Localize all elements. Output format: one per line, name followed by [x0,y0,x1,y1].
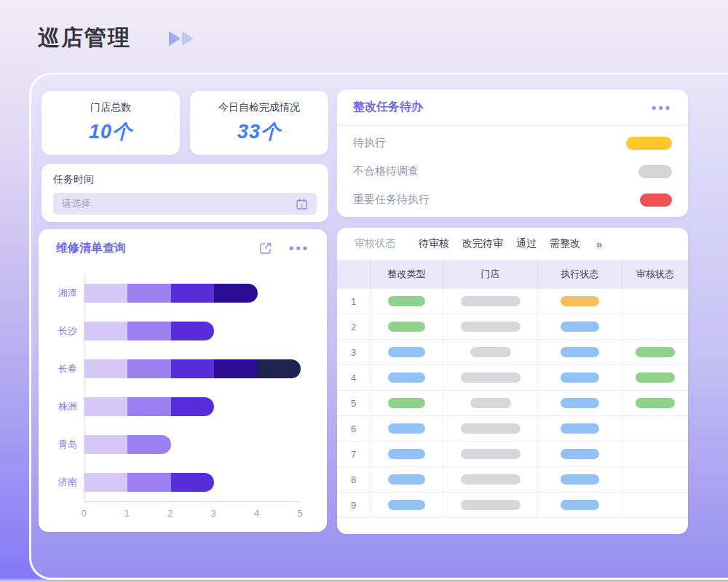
table-cell [622,365,688,390]
table-row[interactable]: 3 [337,340,688,365]
stacked-bar [84,397,214,416]
todo-status-pill [640,194,672,207]
table-header-cell: 整改类型 [371,260,443,289]
bar-segment [258,359,301,378]
table-cell [443,365,538,390]
ellipsis-menu-icon[interactable]: ••• [652,104,672,111]
bar-category-label: 济南 [45,476,77,489]
table-row[interactable]: 4 [337,365,688,391]
status-pill [388,347,425,357]
table-cell [371,467,443,492]
date-picker-input[interactable]: 请选择 1 [53,193,317,215]
bar-category-label: 株洲 [45,400,77,413]
table-cell [371,391,443,415]
bar-segment [127,435,170,454]
more-tabs-chevron-icon[interactable]: » [596,238,602,250]
stat-card-self-check: 今日自检完成情况 33个 [190,91,328,155]
status-pill [470,347,511,357]
play-triangle-icon [182,31,194,46]
stat-label: 门店总数 [90,101,131,114]
status-pill [461,372,521,383]
status-pill [561,449,599,459]
stacked-bar [84,473,214,492]
table-cell [538,416,622,441]
row-index: 6 [351,423,356,434]
todo-list: 待执行不合格待调查重要任务待执行 [337,126,688,214]
status-pill [561,474,599,485]
table-cell [443,493,538,517]
status-pill [388,474,425,485]
review-filter-label: 审核状态 [355,237,395,250]
bar-category-label: 长沙 [45,324,77,338]
bar-row: 湘潭 [84,274,301,312]
repair-list-panel: 维修清单查询 ••• 湘潭长沙长春株洲青岛济南 012345 [39,229,327,532]
tab-改完待审[interactable]: 改完待审 [462,237,503,250]
status-pill [561,322,599,332]
x-axis-tick-label: 5 [297,508,302,519]
tab-需整改[interactable]: 需整改 [550,237,580,250]
table-cell: 7 [337,442,371,466]
table-row[interactable]: 6 [337,416,688,442]
table-cell [443,314,538,339]
table-cell [443,289,538,314]
table-header-cell: 门店 [443,260,538,289]
status-pill [561,423,599,434]
bar-segment [127,322,170,340]
dashboard-container: 门店总数 10个 今日自检完成情况 33个 任务时间 请选择 1 整改任务待办 … [29,73,728,580]
bar-segment [84,284,127,303]
status-pill [461,449,521,459]
bar-segment [171,359,214,378]
table-row[interactable]: 8 [337,467,688,493]
todo-item[interactable]: 不合格待调查 [353,157,672,186]
status-pill [561,296,599,306]
status-pill [461,296,521,306]
status-pill [388,449,425,459]
todo-item[interactable]: 待执行 [353,129,672,157]
bar-segment [84,359,127,378]
bar-segment [84,397,127,416]
table-cell: 2 [337,314,371,339]
bar-segment [84,322,127,340]
bar-segment [214,359,257,378]
x-axis-tick-label: 4 [254,508,259,519]
row-index: 3 [351,347,356,358]
status-pill [461,500,521,510]
table-row[interactable]: 2 [337,314,688,340]
table-cell [371,314,443,339]
table-row[interactable]: 9 [337,493,688,518]
table-body: 123456789 [337,289,688,518]
export-icon[interactable] [258,241,273,255]
svg-text:1: 1 [300,202,303,209]
table-cell [538,314,622,339]
bar-segment [127,359,170,378]
calendar-icon[interactable]: 1 [296,198,308,210]
bar-row: 长沙 [84,312,301,350]
row-index: 9 [351,500,356,511]
double-play-icon [169,31,194,46]
todo-status-pill [638,165,672,178]
tab-通过[interactable]: 通过 [516,237,537,250]
table-cell [371,416,443,441]
ellipsis-menu-icon[interactable]: ••• [289,244,309,252]
bar-segment [84,473,127,492]
status-pill [388,372,425,383]
table-cell [622,391,688,415]
table-cell [443,340,538,364]
todo-item-label: 不合格待调查 [353,164,419,178]
stacked-bar [84,435,171,454]
table-cell [538,467,622,492]
bar-segment [171,284,214,303]
row-index: 4 [351,372,356,383]
table-cell [443,467,538,492]
x-axis-tick-label: 2 [167,508,173,519]
todo-item-label: 待执行 [353,136,386,150]
tab-待审核[interactable]: 待审核 [419,237,449,250]
row-index: 2 [351,322,356,332]
table-row[interactable]: 7 [337,442,688,467]
table-cell: 5 [337,391,371,415]
table-cell [622,289,688,314]
table-row[interactable]: 1 [337,289,688,314]
bar-chart-plot: 湘潭长沙长春株洲青岛济南 [84,274,301,502]
table-row[interactable]: 5 [337,391,688,416]
todo-item[interactable]: 重要任务待执行 [353,186,672,214]
